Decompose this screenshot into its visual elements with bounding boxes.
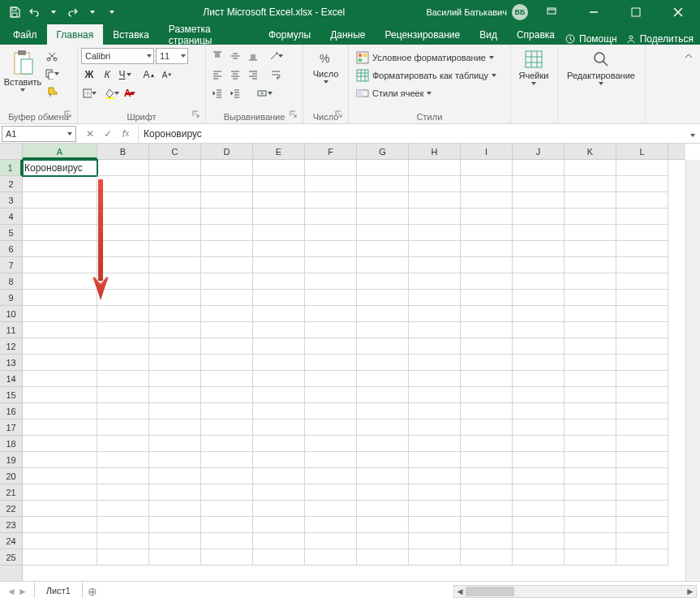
cell-F17[interactable] <box>305 419 357 436</box>
tab-data[interactable]: Данные <box>320 24 375 45</box>
col-header-J[interactable]: J <box>513 144 565 159</box>
cell-H10[interactable] <box>409 306 461 322</box>
cell-G21[interactable] <box>357 484 409 501</box>
cell-J6[interactable] <box>513 241 565 257</box>
font-launcher[interactable] <box>192 110 204 122</box>
horizontal-scrollbar[interactable]: ◄ ► <box>453 585 697 598</box>
cell-J10[interactable] <box>513 306 565 322</box>
cell-J12[interactable] <box>513 338 565 355</box>
cell-E23[interactable] <box>253 517 305 533</box>
cell-D22[interactable] <box>201 501 253 517</box>
cell-G23[interactable] <box>357 517 409 533</box>
cell-K1[interactable] <box>565 160 616 176</box>
decrease-indent-button[interactable] <box>209 85 225 101</box>
cell-C23[interactable] <box>149 517 201 533</box>
cell-F10[interactable] <box>305 306 357 322</box>
cell-E12[interactable] <box>253 338 305 355</box>
cell-B11[interactable] <box>97 322 149 338</box>
cell-B12[interactable] <box>97 338 149 355</box>
cell-F13[interactable] <box>305 355 357 371</box>
cell-F1[interactable] <box>305 160 357 176</box>
cell-E11[interactable] <box>253 322 305 338</box>
cell-H12[interactable] <box>409 338 461 355</box>
row-header-21[interactable]: 21 <box>0 484 22 501</box>
cell-K13[interactable] <box>565 355 616 371</box>
cell-G16[interactable] <box>357 403 409 419</box>
cell-L18[interactable] <box>616 436 668 452</box>
hscroll-left[interactable]: ◄ <box>454 586 466 597</box>
cell-C24[interactable] <box>149 533 201 549</box>
cell-D20[interactable] <box>201 468 253 484</box>
paste-button[interactable]: Вставить <box>3 48 42 93</box>
font-size-combo[interactable]: 11 <box>156 48 188 64</box>
cell-E5[interactable] <box>253 225 305 241</box>
col-header-K[interactable]: K <box>565 144 616 159</box>
cell-C15[interactable] <box>149 387 201 403</box>
cell-I14[interactable] <box>461 371 513 387</box>
cell-G13[interactable] <box>357 355 409 371</box>
cell-K18[interactable] <box>565 436 616 452</box>
cell-K11[interactable] <box>565 322 616 338</box>
cell-F5[interactable] <box>305 225 357 241</box>
cell-K23[interactable] <box>565 517 616 533</box>
collapse-ribbon-button[interactable] <box>681 48 697 64</box>
grow-font-button[interactable]: A▲ <box>141 67 157 83</box>
cell-A13[interactable] <box>23 355 97 371</box>
cell-L17[interactable] <box>616 419 668 436</box>
cell-L24[interactable] <box>616 533 668 549</box>
cell-E13[interactable] <box>253 355 305 371</box>
cell-I9[interactable] <box>461 290 513 306</box>
cell-E22[interactable] <box>253 501 305 517</box>
cell-L10[interactable] <box>616 306 668 322</box>
name-box[interactable]: A1 <box>2 126 76 142</box>
cell-G22[interactable] <box>357 501 409 517</box>
cell-E21[interactable] <box>253 484 305 501</box>
cell-I11[interactable] <box>461 322 513 338</box>
clipboard-launcher[interactable] <box>64 110 75 122</box>
increase-indent-button[interactable] <box>227 85 243 101</box>
cell-L9[interactable] <box>616 290 668 306</box>
cell-I5[interactable] <box>461 225 513 241</box>
tab-view[interactable]: Вид <box>470 24 507 45</box>
cell-F4[interactable] <box>305 209 357 225</box>
cell-L12[interactable] <box>616 338 668 355</box>
cell-E17[interactable] <box>253 419 305 436</box>
cell-D16[interactable] <box>201 403 253 419</box>
cell-D13[interactable] <box>201 355 253 371</box>
row-header-8[interactable]: 8 <box>0 273 22 290</box>
cell-L8[interactable] <box>616 273 668 290</box>
redo-dropdown[interactable] <box>83 2 102 22</box>
cell-C17[interactable] <box>149 419 201 436</box>
ribbon-options-button[interactable] <box>533 0 570 24</box>
cell-I6[interactable] <box>461 241 513 257</box>
tab-insert[interactable]: Вставка <box>103 24 159 45</box>
cell-K7[interactable] <box>565 257 616 273</box>
cell-G18[interactable] <box>357 436 409 452</box>
cells-area[interactable]: Короновирус <box>23 160 685 581</box>
row-header-18[interactable]: 18 <box>0 436 22 452</box>
cell-D2[interactable] <box>201 176 253 192</box>
row-header-23[interactable]: 23 <box>0 517 22 533</box>
cell-C11[interactable] <box>149 322 201 338</box>
cell-H13[interactable] <box>409 355 461 371</box>
cell-H24[interactable] <box>409 533 461 549</box>
cell-A9[interactable] <box>23 290 97 306</box>
cell-L13[interactable] <box>616 355 668 371</box>
cell-I23[interactable] <box>461 517 513 533</box>
user-avatar[interactable]: ВБ <box>512 4 528 20</box>
col-header-E[interactable]: E <box>253 144 305 159</box>
col-header-G[interactable]: G <box>357 144 409 159</box>
hscroll-thumb[interactable] <box>466 587 514 596</box>
cell-I10[interactable] <box>461 306 513 322</box>
merge-button[interactable] <box>250 85 279 101</box>
row-header-15[interactable]: 15 <box>0 387 22 403</box>
cell-A23[interactable] <box>23 517 97 533</box>
cell-E3[interactable] <box>253 192 305 209</box>
cell-H20[interactable] <box>409 468 461 484</box>
cell-I22[interactable] <box>461 501 513 517</box>
add-sheet-button[interactable]: ⊕ <box>83 585 102 598</box>
cell-H1[interactable] <box>409 160 461 176</box>
cell-K6[interactable] <box>565 241 616 257</box>
cell-D23[interactable] <box>201 517 253 533</box>
cell-F8[interactable] <box>305 273 357 290</box>
